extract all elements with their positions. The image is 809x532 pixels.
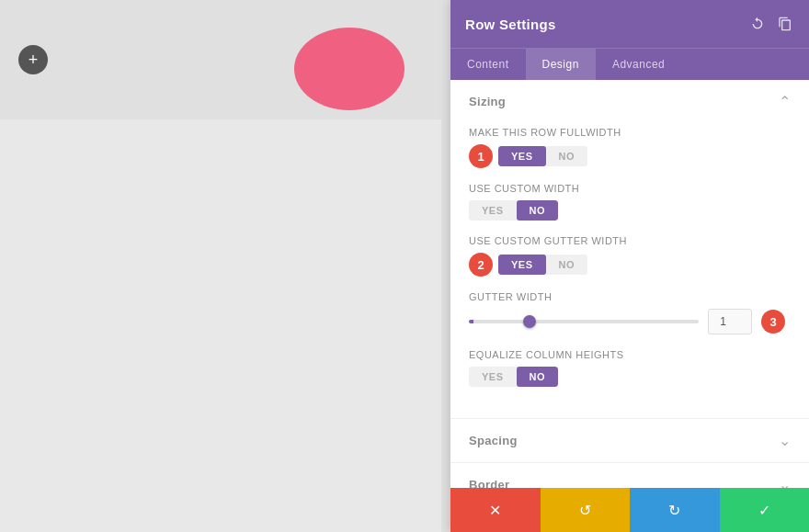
gutter-width-input[interactable] — [708, 309, 752, 334]
spacing-section-header[interactable]: Spacing ⌄ — [450, 419, 809, 462]
gutter-width-row: Gutter Width 3 — [469, 291, 791, 334]
tab-advanced[interactable]: Advanced — [596, 49, 681, 80]
gutter-value-wrap — [708, 309, 752, 334]
custom-gutter-label: Use Custom Gutter Width — [469, 235, 791, 246]
panel-header: Row Settings — [450, 0, 809, 48]
custom-gutter-control-row: 2 YES NO — [469, 253, 791, 277]
gutter-width-control: 3 — [469, 309, 791, 334]
custom-width-label: Use Custom Width — [469, 183, 791, 194]
redo-button[interactable]: ↻ — [630, 488, 720, 532]
custom-gutter-toggle[interactable]: YES NO — [498, 255, 587, 275]
make-fullwidth-no[interactable]: NO — [546, 146, 588, 166]
undo-button[interactable]: ↺ — [541, 488, 631, 532]
equalize-heights-toggle[interactable]: YES NO — [469, 367, 558, 387]
undo-icon: ↺ — [579, 502, 591, 519]
row-settings-panel: Row Settings Content Design Advanced Siz… — [450, 0, 809, 532]
save-button[interactable]: ✓ — [720, 488, 810, 532]
reset-icon-button[interactable] — [748, 15, 767, 33]
cancel-button[interactable]: ✕ — [450, 488, 541, 532]
equalize-heights-row: Equalize Column Heights YES NO — [469, 349, 791, 387]
custom-width-row: Use Custom Width YES NO — [469, 183, 791, 221]
border-section-header[interactable]: Border ⌄ — [450, 463, 809, 488]
reset-icon — [750, 17, 765, 31]
cancel-icon: ✕ — [489, 502, 501, 519]
make-fullwidth-label: Make This Row Fullwidth — [469, 127, 791, 138]
copy-icon-button[interactable] — [776, 15, 794, 33]
sizing-section: Sizing ⌃ Make This Row Fullwidth 1 YES N… — [450, 80, 809, 419]
equalize-heights-no[interactable]: NO — [517, 367, 559, 387]
make-fullwidth-toggle[interactable]: YES NO — [498, 146, 587, 166]
custom-width-yes[interactable]: YES — [469, 200, 517, 221]
panel-footer: ✕ ↺ ↻ ✓ — [450, 488, 809, 532]
make-fullwidth-yes[interactable]: YES — [498, 146, 546, 166]
gutter-width-slider[interactable] — [469, 320, 699, 323]
badge-3: 3 — [761, 310, 785, 334]
badge-1: 1 — [469, 144, 493, 168]
spacing-chevron-down-icon: ⌄ — [779, 432, 791, 449]
make-fullwidth-control-row: 1 YES NO — [469, 144, 791, 168]
canvas: + — [0, 0, 441, 532]
save-icon: ✓ — [758, 502, 770, 519]
header-icon-group — [748, 15, 794, 33]
border-section: Border ⌄ — [450, 463, 809, 488]
border-chevron-down-icon: ⌄ — [779, 476, 791, 488]
spacing-section-title: Spacing — [469, 434, 518, 447]
panel-tabs: Content Design Advanced — [450, 48, 809, 80]
equalize-heights-yes[interactable]: YES — [469, 367, 517, 387]
custom-width-toggle[interactable]: YES NO — [469, 200, 558, 221]
custom-width-no[interactable]: NO — [517, 200, 559, 221]
equalize-heights-label: Equalize Column Heights — [469, 349, 791, 360]
tab-design[interactable]: Design — [526, 49, 596, 80]
custom-gutter-row: Use Custom Gutter Width 2 YES NO — [469, 235, 791, 277]
panel-content[interactable]: Sizing ⌃ Make This Row Fullwidth 1 YES N… — [450, 80, 809, 488]
panel-title: Row Settings — [465, 17, 556, 32]
gutter-width-label: Gutter Width — [469, 291, 791, 302]
sizing-section-body: Make This Row Fullwidth 1 YES NO Use Cus… — [450, 123, 809, 418]
add-element-button[interactable]: + — [18, 45, 48, 74]
tab-content[interactable]: Content — [450, 49, 526, 80]
copy-icon — [778, 17, 792, 31]
spacing-section: Spacing ⌄ — [450, 419, 809, 463]
badge-2: 2 — [469, 253, 493, 277]
redo-icon: ↻ — [668, 502, 680, 519]
custom-gutter-yes[interactable]: YES — [498, 255, 546, 275]
make-fullwidth-row: Make This Row Fullwidth 1 YES NO — [469, 127, 791, 168]
pink-shape-decoration — [294, 28, 404, 110]
sizing-chevron-up-icon: ⌃ — [779, 93, 791, 110]
custom-gutter-no[interactable]: NO — [546, 255, 588, 275]
border-section-title: Border — [469, 478, 509, 488]
sizing-section-title: Sizing — [469, 95, 506, 108]
sizing-section-header[interactable]: Sizing ⌃ — [450, 80, 809, 123]
